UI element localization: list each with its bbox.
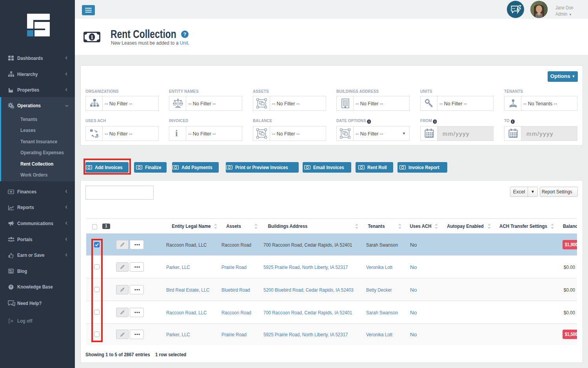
- svg-text:?: ?: [10, 285, 12, 289]
- svg-text:1: 1: [91, 34, 93, 40]
